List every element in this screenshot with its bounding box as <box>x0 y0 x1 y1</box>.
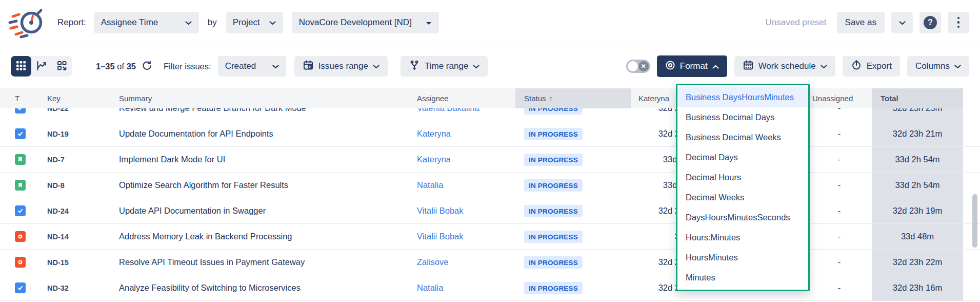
format-label: Format <box>680 61 708 71</box>
grid-icon <box>16 61 26 72</box>
unassigned-time: - <box>807 129 872 139</box>
issue-summary[interactable]: Update Documentation for API Endpoints <box>119 129 273 138</box>
col-header-status[interactable]: Status↑ <box>515 88 631 108</box>
issue-key[interactable]: ND-8 <box>47 181 65 190</box>
columns-button[interactable]: Columns <box>907 56 969 77</box>
table-row[interactable]: ND-8 Optimize Search Algorithm for Faste… <box>0 173 980 198</box>
total-time: 32d 23h 22m <box>872 250 963 275</box>
status-badge: IN PROGRESS <box>524 256 583 269</box>
view-chart-button[interactable] <box>31 56 52 77</box>
help-button[interactable]: ? <box>919 12 941 33</box>
app-header: Report: Assignee Time by Project NovaCor… <box>0 0 980 45</box>
project-value: NovaCore Development [ND] <box>299 17 421 28</box>
col-header-summary[interactable]: Summary <box>108 94 410 103</box>
filter-field-select[interactable]: Created <box>218 56 286 77</box>
work-schedule-label: Work schedule <box>758 61 816 71</box>
format-option-decimal-weeks[interactable]: Decimal Weeks <box>677 187 808 207</box>
format-option-decimal-days[interactable]: Decimal Days <box>677 147 808 167</box>
col-header-key[interactable]: Key <box>36 94 108 103</box>
assignee-link[interactable]: Vitalii Bobak <box>417 206 464 215</box>
pivot-table-icon <box>56 60 68 73</box>
kebab-menu-icon <box>957 17 960 28</box>
table-row[interactable]: ND-14 Address Memory Leak in Backend Pro… <box>0 224 980 250</box>
issue-summary[interactable]: Implement Dark Mode for UI <box>119 155 225 164</box>
assignee-link[interactable]: Natalia <box>417 283 443 292</box>
issue-summary[interactable]: Analyze Feasibility of Switching to Micr… <box>119 283 301 292</box>
issue-key[interactable]: ND-22 <box>47 108 69 112</box>
issue-key[interactable]: ND-24 <box>47 207 69 215</box>
count-of: of <box>117 62 124 71</box>
issue-summary[interactable]: Review and Merge Feature Branch for Dark… <box>119 108 306 112</box>
issue-key[interactable]: ND-14 <box>47 233 69 241</box>
vertical-scrollbar[interactable] <box>972 194 977 248</box>
format-option-dayshoursminutesseconds[interactable]: DaysHoursMinutesSeconds <box>677 207 808 228</box>
col-header-assignee[interactable]: Assignee <box>410 94 515 103</box>
group-by-select[interactable]: Project <box>226 12 283 33</box>
filter-field-value: Created <box>225 61 267 71</box>
status-badge: IN PROGRESS <box>524 108 583 115</box>
issue-summary[interactable]: Address Memory Leak in Backend Processin… <box>119 232 292 241</box>
format-option-business-decimal-weeks[interactable]: Business Decimal Weeks <box>677 127 808 147</box>
more-menu-button[interactable] <box>948 12 969 33</box>
work-schedule-button[interactable]: Work schedule <box>734 56 835 77</box>
toggle-x-icon: ✕ <box>638 61 649 71</box>
unassigned-time: - <box>807 232 872 241</box>
format-option-decimal-hours[interactable]: Decimal Hours <box>677 167 808 187</box>
issue-type-icon <box>15 257 26 268</box>
table-row[interactable]: ND-32 Analyze Feasibility of Switching t… <box>0 275 980 301</box>
assignee-link[interactable]: Natalia <box>417 180 443 190</box>
status-badge: IN PROGRESS <box>524 282 583 294</box>
table-row[interactable]: ND-7 Implement Dark Mode for UI Kateryna… <box>0 147 980 173</box>
issue-key[interactable]: ND-7 <box>47 156 65 164</box>
format-option-minutes[interactable]: Minutes <box>677 268 808 288</box>
table-row[interactable]: ND-15 Resolve API Timeout Issues in Paym… <box>0 250 980 275</box>
assignee-link[interactable]: Valeriia Bakalina <box>417 108 479 112</box>
assignee-link[interactable]: Vitalii Bobak <box>417 232 464 241</box>
col-header-type[interactable]: T <box>0 94 36 103</box>
issues-range-button[interactable]: Issues range <box>294 56 388 77</box>
format-button[interactable]: Format <box>657 55 727 77</box>
table-row[interactable]: ND-22 Review and Merge Feature Branch fo… <box>0 108 980 121</box>
format-option-business-dayshoursminutes[interactable]: Business DaysHoursMinutes <box>677 87 808 107</box>
issue-key[interactable]: ND-19 <box>47 130 69 138</box>
issue-summary[interactable]: Update API Documentation in Swagger <box>119 206 266 215</box>
table-row[interactable]: ND-24 Update API Documentation in Swagge… <box>0 198 980 224</box>
export-button[interactable]: Export <box>843 56 900 77</box>
col-header-unassigned[interactable]: Unassigned <box>807 94 872 103</box>
report-type-select[interactable]: Assignee Time <box>94 12 199 33</box>
toolbar: 1–35 of 35 Filter issues: Created Issues… <box>0 56 980 77</box>
assignee-link[interactable]: Kateryna <box>417 129 451 138</box>
issue-key[interactable]: ND-32 <box>47 284 69 292</box>
save-as-dropdown-button[interactable] <box>891 12 913 33</box>
format-option-hours-colon-minutes[interactable]: Hours:Minutes <box>677 228 808 248</box>
time-range-button[interactable]: Time range <box>401 56 488 77</box>
assignee-link[interactable]: Zalisove <box>417 257 448 267</box>
col-header-total[interactable]: Total <box>872 88 963 108</box>
assignee-link[interactable]: Kateryna <box>417 155 451 164</box>
issue-type-icon <box>15 108 26 114</box>
view-switcher <box>11 56 72 77</box>
issue-key[interactable]: ND-15 <box>47 258 69 267</box>
issue-summary[interactable]: Resolve API Timeout Issues in Payment Ga… <box>119 257 305 267</box>
issue-type-icon <box>15 231 26 242</box>
upload-circle-icon <box>851 60 862 73</box>
issues-range-label: Issues range <box>318 61 368 71</box>
project-select[interactable]: NovaCore Development [ND] <box>292 12 439 33</box>
table-header-row: T Key Summary Assignee Status↑ Kateryna … <box>0 88 980 108</box>
total-time: 33d 2h 54m <box>872 173 963 198</box>
format-option-hoursminutes[interactable]: HoursMinutes <box>677 248 808 268</box>
question-mark-icon: ? <box>924 16 937 29</box>
save-as-button[interactable]: Save as <box>837 12 885 33</box>
view-table-button[interactable] <box>11 56 31 77</box>
total-time: 32d 23h 25m <box>872 108 963 121</box>
format-option-business-decimal-days[interactable]: Business Decimal Days <box>677 107 808 127</box>
view-pivot-button[interactable] <box>52 56 72 77</box>
issue-summary[interactable]: Optimize Search Algorithm for Faster Res… <box>119 180 288 190</box>
format-toggle[interactable]: ✕ <box>626 60 650 73</box>
table-row[interactable]: ND-19 Update Documentation for API Endpo… <box>0 121 980 147</box>
refresh-button[interactable] <box>141 60 152 73</box>
chevron-down-icon <box>426 17 432 28</box>
issues-table: T Key Summary Assignee Status↑ Kateryna … <box>0 88 980 301</box>
status-badge: IN PROGRESS <box>524 179 583 192</box>
toggle-knob <box>628 61 638 71</box>
